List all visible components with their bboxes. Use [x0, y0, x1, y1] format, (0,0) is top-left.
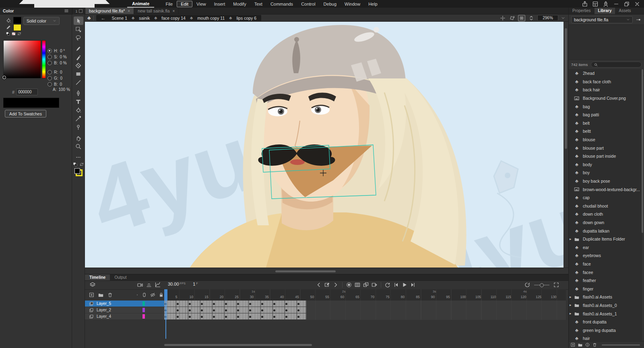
library-item[interactable]: ♣boy back pose: [569, 177, 642, 185]
library-item[interactable]: ♣beltt: [569, 127, 642, 136]
hue-strip[interactable]: [42, 40, 46, 78]
keyframe-dot[interactable]: [237, 316, 239, 318]
stage-canvas[interactable]: 4yug 4yug: [85, 22, 564, 268]
library-item[interactable]: ▸flash0.ai Assets: [569, 293, 642, 301]
delete-item-button[interactable]: [592, 342, 597, 347]
frame-row[interactable]: [164, 307, 566, 314]
visibility-column-icon[interactable]: [150, 292, 156, 298]
minimize-icon[interactable]: [612, 1, 621, 7]
keyframe-dot[interactable]: [261, 316, 263, 318]
layers-icon[interactable]: [89, 282, 96, 288]
eyedropper-tool[interactable]: [74, 114, 83, 123]
line-tool[interactable]: [74, 78, 83, 86]
timeline-tab-timeline[interactable]: Timeline: [85, 274, 110, 280]
menu-view[interactable]: View: [192, 1, 210, 7]
paint-bucket-tool[interactable]: [74, 106, 83, 114]
menu-modify[interactable]: Modify: [229, 1, 250, 7]
subselection-tool[interactable]: [74, 25, 83, 33]
library-vertical-scrollbar[interactable]: [642, 69, 643, 233]
color-row-value[interactable]: 0 %: [60, 61, 66, 65]
library-item[interactable]: ♣blouse part: [569, 144, 642, 152]
new-layer-button[interactable]: [89, 292, 95, 298]
menu-control[interactable]: Control: [297, 1, 319, 7]
zoom-dropdown-icon[interactable]: [561, 15, 565, 21]
menu-window[interactable]: Window: [341, 1, 364, 7]
library-item[interactable]: ♣boy: [569, 169, 642, 177]
library-item[interactable]: ♣down cloth: [569, 210, 642, 218]
keyframe-dot[interactable]: [213, 309, 215, 311]
keyframe-dot[interactable]: [237, 309, 239, 311]
stroke-pencil-icon[interactable]: [5, 25, 12, 30]
keyframe-dot[interactable]: [273, 303, 275, 305]
color-radio[interactable]: [47, 82, 52, 86]
layer-name[interactable]: Layer_5: [97, 301, 111, 306]
camera-column-icon[interactable]: [141, 292, 147, 298]
breadcrumb-item[interactable]: mouth copy 11: [197, 16, 225, 21]
menu-file[interactable]: File: [161, 1, 177, 7]
frame-row[interactable]: [164, 313, 566, 320]
document-tab[interactable]: new tall sainik.fla×: [134, 8, 179, 14]
step-forward-button[interactable]: [409, 282, 417, 288]
keyframe-dot[interactable]: [273, 309, 275, 311]
keyframe-dot[interactable]: [285, 309, 287, 311]
keyframe-dot[interactable]: [177, 303, 179, 305]
color-radio[interactable]: [47, 49, 52, 53]
library-search-input[interactable]: [591, 62, 642, 68]
library-document-select[interactable]: background file.fla: [571, 16, 633, 23]
tab-properties[interactable]: Properties: [569, 8, 594, 14]
library-item[interactable]: ♣facee: [569, 268, 642, 276]
fill-bucket-icon[interactable]: [5, 18, 12, 23]
fill-color-swatch[interactable]: [13, 17, 21, 24]
delete-layer-button[interactable]: [107, 292, 113, 298]
color-row-value[interactable]: 0: [60, 82, 62, 86]
library-item[interactable]: ♣blouse part inside: [569, 152, 642, 161]
item-properties-button[interactable]: [585, 342, 590, 347]
keyframe-dot[interactable]: [189, 309, 191, 311]
pen-tool[interactable]: [74, 89, 83, 97]
timeline-ruler[interactable]: 1s2s3s4s51015202530354045505560657075808…: [164, 289, 566, 301]
rectangle-tool[interactable]: [74, 70, 83, 78]
share-icon[interactable]: [580, 1, 589, 7]
lasso-tool[interactable]: [74, 33, 83, 42]
library-item[interactable]: ▸flash0.ai Assets_0: [569, 301, 642, 310]
frame-rate[interactable]: 30.00FPS 1F: [168, 282, 198, 286]
breadcrumb-item[interactable]: face copy 14: [161, 16, 186, 21]
breadcrumb-item[interactable]: Scene 1: [112, 16, 128, 21]
timeline-tab-output[interactable]: Output: [110, 274, 131, 280]
library-horizontal-scrollbar[interactable]: [602, 344, 640, 346]
camera-icon[interactable]: [136, 282, 144, 288]
keyframe-dot[interactable]: [285, 316, 287, 318]
selection-tool[interactable]: [74, 16, 83, 25]
library-item[interactable]: ♣dupatta latkan: [569, 227, 642, 235]
lock-column-icon[interactable]: [158, 292, 164, 298]
library-item[interactable]: ♣hair: [569, 334, 642, 341]
keyframe-dot[interactable]: [225, 316, 227, 318]
keyframe-dot[interactable]: [225, 303, 227, 305]
layer-depth-icon[interactable]: [145, 282, 153, 288]
close-icon[interactable]: [633, 1, 642, 7]
library-item[interactable]: ♣ear: [569, 243, 642, 251]
timeline-horizontal-scrollbar[interactable]: [164, 344, 312, 346]
keyframe-dot[interactable]: [297, 303, 299, 305]
layer-row[interactable]: Layer_5: [85, 301, 164, 307]
center-stage-icon[interactable]: [500, 15, 506, 21]
library-item[interactable]: ♣back face cloth: [569, 78, 642, 86]
layer-row[interactable]: Layer_2: [85, 307, 164, 313]
reset-timeline-zoom-icon[interactable]: [524, 282, 531, 288]
library-item[interactable]: ♣green leg dupatta: [569, 326, 642, 334]
library-item[interactable]: ♣feather: [569, 276, 642, 285]
folder-expander-icon[interactable]: ▸: [570, 295, 572, 299]
graph-editor-icon[interactable]: [154, 282, 161, 288]
library-item[interactable]: ♣cap: [569, 194, 642, 202]
layer-row[interactable]: Layer_4: [85, 313, 164, 320]
classic-brush-tool[interactable]: [74, 53, 83, 61]
play-button[interactable]: [401, 282, 408, 288]
default-colors-icon[interactable]: [73, 162, 78, 167]
library-item[interactable]: ♣down gown: [569, 218, 642, 227]
folder-expander-icon[interactable]: ▸: [570, 237, 572, 241]
saturation-square[interactable]: [3, 40, 41, 78]
keyframe-dot[interactable]: [249, 309, 251, 311]
next-keyframe-button[interactable]: [332, 282, 339, 288]
fill-color-indicator[interactable]: [74, 168, 80, 174]
keyframe-dot[interactable]: [201, 316, 203, 318]
